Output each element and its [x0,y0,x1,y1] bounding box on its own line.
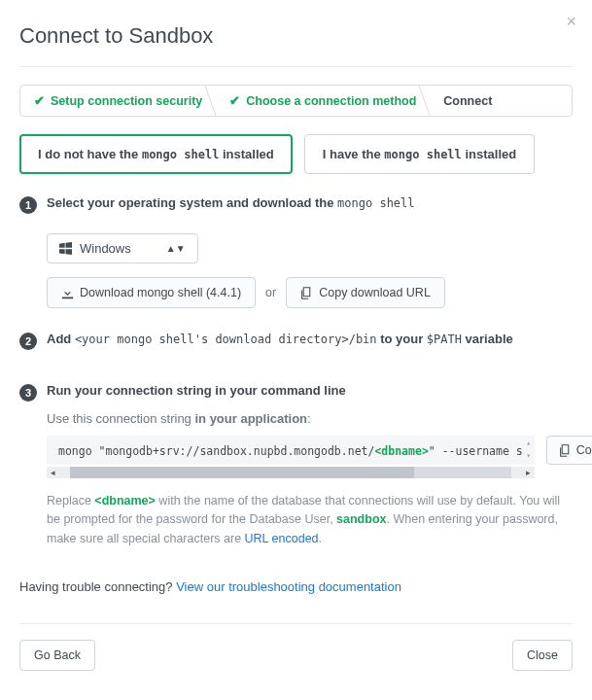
wizard-steps: ✔ Setup connection security ✔ Choose a c… [19,85,573,117]
connection-string-subtext: Use this connection string in your appli… [47,411,573,426]
os-selected-label: Windows [80,241,131,256]
os-select[interactable]: Windows ▲▼ [47,233,198,263]
url-encoded-link[interactable]: URL encoded [245,532,319,545]
connection-string-code[interactable]: mongo "mongodb+srv://sandbox.nupbd.mongo… [47,436,535,465]
step-label: Connect [443,94,492,108]
or-text: or [265,286,276,299]
check-icon: ✔ [34,93,45,108]
tab-no-shell[interactable]: I do not have the mongo shell installed [19,134,293,174]
step-setup-security[interactable]: ✔ Setup connection security [20,86,216,116]
step-1-header: 1 Select your operating system and downl… [19,195,573,214]
step-label: Setup connection security [51,94,202,108]
copy-download-url-button[interactable]: Copy download URL [286,277,445,308]
replace-note: Replace <dbname> with the name of the da… [47,492,573,548]
divider [19,66,573,67]
horizontal-scrollbar[interactable]: ◂ ▸ [47,467,535,478]
copy-icon [300,287,313,299]
close-icon[interactable]: × [566,12,576,32]
trouble-row: Having trouble connecting? View our trou… [19,579,573,594]
step-number-badge: 2 [19,332,37,350]
step-3-title: Run your connection string in your comma… [47,383,346,398]
divider [19,623,573,624]
go-back-button[interactable]: Go Back [19,640,95,671]
vertical-scrollbar[interactable]: ▴▾ [523,436,535,453]
step-1-text: Select your operating system and downloa… [47,195,415,210]
copy-icon [559,444,572,457]
page-title: Connect to Sandbox [19,23,573,49]
step-label: Choose a connection method [246,94,416,108]
caret-icon: ▲▼ [166,243,186,254]
step-choose-method[interactable]: ✔ Choose a connection method [216,86,430,116]
troubleshooting-link[interactable]: View our troubleshooting documentation [176,579,401,594]
close-button[interactable]: Close [512,640,573,671]
download-shell-button[interactable]: Download mongo shell (4.4.1) [47,277,256,308]
step-2-header: 2 Add <your mongo shell's download direc… [19,332,573,350]
copy-connection-string-button[interactable]: Copy [546,436,592,465]
step-connect[interactable]: Connect [430,86,505,116]
download-icon [61,287,74,299]
check-icon: ✔ [229,93,240,108]
step-number-badge: 3 [19,384,37,402]
step-number-badge: 1 [19,196,37,214]
shell-tab-row: I do not have the mongo shell installed … [19,134,573,174]
tab-have-shell[interactable]: I have the mongo shell installed [304,134,535,174]
step-3-header: 3 Run your connection string in your com… [19,383,573,402]
windows-icon [59,242,72,255]
step-2-text: Add <your mongo shell's download directo… [47,332,513,346]
footer: Go Back Close [19,640,573,671]
